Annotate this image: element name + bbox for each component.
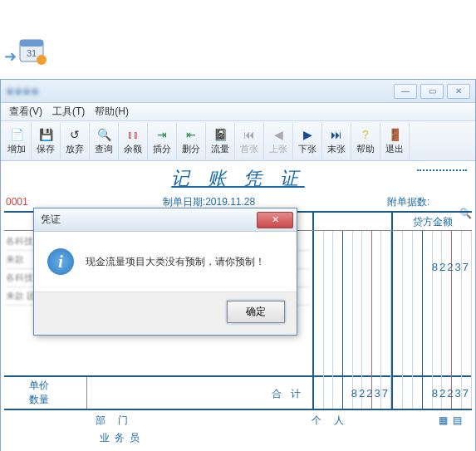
credit-header: 贷方金额 xyxy=(393,213,472,230)
flow-button[interactable]: 📓流量 xyxy=(206,123,235,159)
delete-split-button[interactable]: ⇤删分 xyxy=(177,123,206,159)
binoculars-icon: 🔍 xyxy=(97,126,111,143)
undo-icon: ↺ xyxy=(70,126,80,143)
plus-doc-icon: 📄 xyxy=(10,126,24,143)
menubar: 查看(V) 工具(T) 帮助(H) xyxy=(1,103,475,121)
menu-view[interactable]: 查看(V) xyxy=(4,103,47,120)
last-button[interactable]: ⏭末张 xyxy=(322,123,351,159)
insert-split-button[interactable]: ⇥插分 xyxy=(148,123,177,159)
menu-help[interactable]: 帮助(H) xyxy=(90,103,134,120)
credit-amount-column[interactable]: 82237 xyxy=(393,231,472,377)
footer-icon-1[interactable]: ▦ xyxy=(439,414,448,426)
add-button[interactable]: 📄增加 xyxy=(2,123,32,159)
balance-button[interactable]: ⫾⫾余额 xyxy=(119,123,148,159)
dialog-message: 现金流量项目大类没有预制，请你预制！ xyxy=(86,255,265,269)
title-underline-dots xyxy=(417,169,467,171)
dialog-titlebar: 凭证 ✕ xyxy=(34,208,297,232)
exit-icon: 🚪 xyxy=(388,126,402,143)
biz-label: 业务员 xyxy=(6,431,238,445)
query-button[interactable]: 🔍查询 xyxy=(90,123,119,159)
credit-total-cell: 82237 xyxy=(393,377,472,409)
menu-tools[interactable]: 工具(T) xyxy=(47,103,90,120)
titlebar: ※※※※ — ▭ ✕ xyxy=(1,80,475,103)
calendar-launch-icon[interactable]: ➜ 31 xyxy=(17,35,48,70)
credit-value: 82237 xyxy=(432,261,470,273)
credit-total: 82237 xyxy=(432,387,470,400)
last-icon: ⏭ xyxy=(331,126,342,143)
ok-button[interactable]: 确定 xyxy=(227,301,285,323)
footer-row-2: 业务员 xyxy=(1,430,475,445)
svg-point-3 xyxy=(37,55,47,65)
save-button[interactable]: 💾保存 xyxy=(32,123,61,159)
total-label: 合 计 xyxy=(87,377,314,409)
sequence-number: 0001 xyxy=(6,196,47,208)
unit-price-label: 单价 xyxy=(29,379,86,393)
exit-button[interactable]: 🚪退出 xyxy=(380,123,410,159)
window-title: ※※※※ xyxy=(6,86,39,97)
chart-icon: ⫾⫾ xyxy=(127,126,139,143)
help-button[interactable]: ?帮助 xyxy=(351,123,380,159)
quantity-label: 数量 xyxy=(29,393,86,407)
svg-text:31: 31 xyxy=(27,48,37,58)
discard-button[interactable]: ↺放弃 xyxy=(61,123,90,159)
dialog-close-button[interactable]: ✕ xyxy=(257,212,293,228)
prev-button[interactable]: ◀上张 xyxy=(264,123,293,159)
footer-icon-2[interactable]: ▤ xyxy=(453,414,462,426)
document-title: 记 账 凭 证 xyxy=(1,161,475,193)
insert-row-icon: ⇥ xyxy=(157,126,167,143)
debit-total: 82237 xyxy=(351,387,390,400)
debit-header xyxy=(314,213,393,230)
first-icon: ⏮ xyxy=(243,126,255,143)
first-button[interactable]: ⏮首张 xyxy=(235,123,264,159)
next-icon: ▶ xyxy=(303,126,312,143)
summary-row: 单价 数量 合 计 82237 82237 xyxy=(4,377,472,410)
footer-row: 部 门 个 人 ▦ ▤ xyxy=(1,410,475,430)
svg-rect-1 xyxy=(20,40,43,47)
dept-label: 部 门 xyxy=(6,414,223,428)
book-icon: 📓 xyxy=(213,126,228,143)
delete-row-icon: ⇤ xyxy=(186,126,196,143)
help-icon: ? xyxy=(362,126,369,143)
minimize-button[interactable]: — xyxy=(394,84,417,99)
info-icon: i xyxy=(47,248,74,275)
arrow-right-icon: ➜ xyxy=(4,47,17,66)
message-dialog: 凭证 ✕ i 现金流量项目大类没有预制，请你预制！ 确定 xyxy=(33,208,297,336)
save-icon: 💾 xyxy=(39,126,53,143)
attachment-count-label: 附单据数: xyxy=(370,195,470,209)
toolbar: 📄增加 💾保存 ↺放弃 🔍查询 ⫾⫾余额 ⇥插分 ⇤删分 📓流量 ⏮首张 ◀上张… xyxy=(1,121,475,161)
close-button[interactable]: ✕ xyxy=(447,84,470,99)
maximize-button[interactable]: ▭ xyxy=(420,84,444,99)
debit-total-cell: 82237 xyxy=(314,377,393,409)
date-field: 制单日期:2019.11.28 xyxy=(47,195,370,209)
debit-amount-column[interactable] xyxy=(314,231,393,377)
next-button[interactable]: ▶下张 xyxy=(293,123,322,159)
person-label: 个 人 xyxy=(223,414,439,428)
dialog-title: 凭证 xyxy=(41,213,61,227)
prev-icon: ◀ xyxy=(274,126,283,143)
